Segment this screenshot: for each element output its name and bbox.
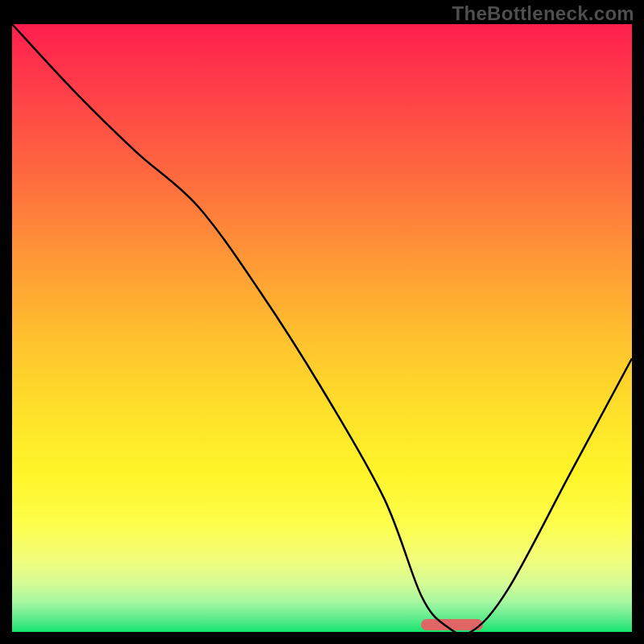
curve-path: [12, 24, 632, 634]
chart-stage: TheBottleneck.com: [0, 0, 644, 644]
plot-area: [12, 24, 632, 632]
bottleneck-curve: [12, 24, 632, 632]
watermark-text: TheBottleneck.com: [452, 2, 634, 25]
